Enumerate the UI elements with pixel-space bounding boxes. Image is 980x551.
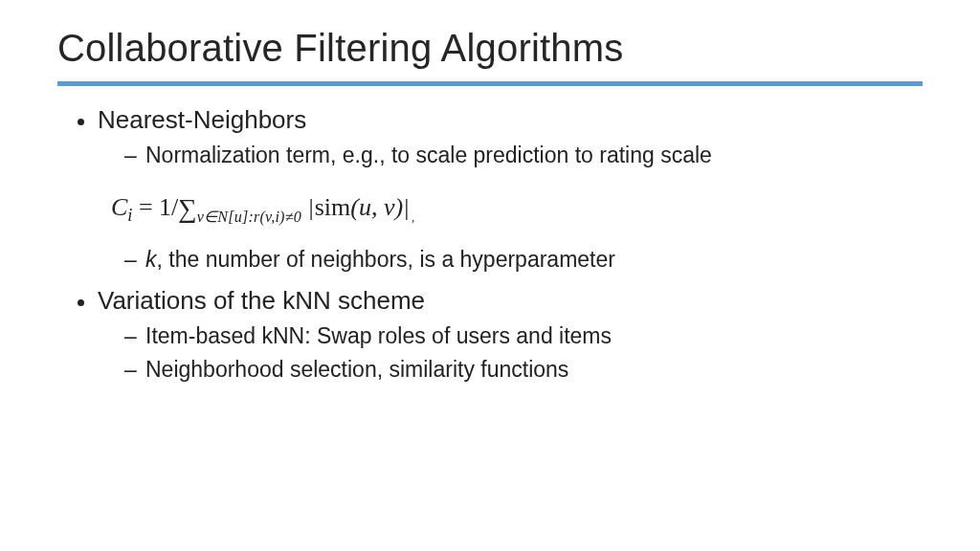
bullet-label: Variations of the kNN scheme [98, 286, 425, 315]
formula-block: Ci = 1/∑v∈N[u]:r(v,i)≠0 |sim(u, v)|, [98, 180, 923, 241]
sub-bullet-item-based: Item-based kNN: Swap roles of users and … [124, 321, 923, 351]
formula-lhs-var: C [111, 193, 127, 221]
k-variable: k [145, 247, 157, 272]
bullet-list-level2b: k, the number of neighbors, is a hyperpa… [98, 245, 923, 275]
formula: Ci = 1/∑v∈N[u]:r(v,i)≠0 |sim(u, v)|, [111, 193, 414, 221]
slide-title: Collaborative Filtering Algorithms [57, 27, 923, 70]
slide-content: Nearest-Neighbors Normalization term, e.… [57, 103, 923, 385]
abs-open: | [307, 193, 314, 221]
sub-bullet-k-hyperparam: k, the number of neighbors, is a hyperpa… [124, 245, 923, 275]
title-underline [57, 81, 923, 86]
k-description: , the number of neighbors, is a hyperpar… [157, 247, 615, 272]
formula-sim-fn: sim [315, 193, 351, 221]
formula-eq: = 1/ [132, 193, 178, 221]
formula-sim-args: (u, v) [350, 193, 403, 221]
bullet-list-level2: Normalization term, e.g., to scale predi… [98, 141, 923, 170]
bullet-nearest-neighbors: Nearest-Neighbors Normalization term, e.… [98, 103, 923, 275]
bullet-list-level2c: Item-based kNN: Swap roles of users and … [98, 321, 923, 385]
sigma-icon: ∑ [178, 194, 196, 223]
formula-trailing: , [410, 211, 414, 224]
formula-sum-subscript: v∈N[u]:r(v,i)≠0 [197, 209, 301, 225]
bullet-variations-knn: Variations of the kNN scheme Item-based … [98, 284, 923, 385]
bullet-list-level1: Nearest-Neighbors Normalization term, e.… [57, 103, 923, 385]
bullet-label: Nearest-Neighbors [98, 105, 306, 134]
sub-bullet-normalization: Normalization term, e.g., to scale predi… [124, 141, 923, 170]
sub-bullet-neighborhood: Neighborhood selection, similarity funct… [124, 355, 923, 385]
slide: Collaborative Filtering Algorithms Neare… [0, 0, 980, 551]
